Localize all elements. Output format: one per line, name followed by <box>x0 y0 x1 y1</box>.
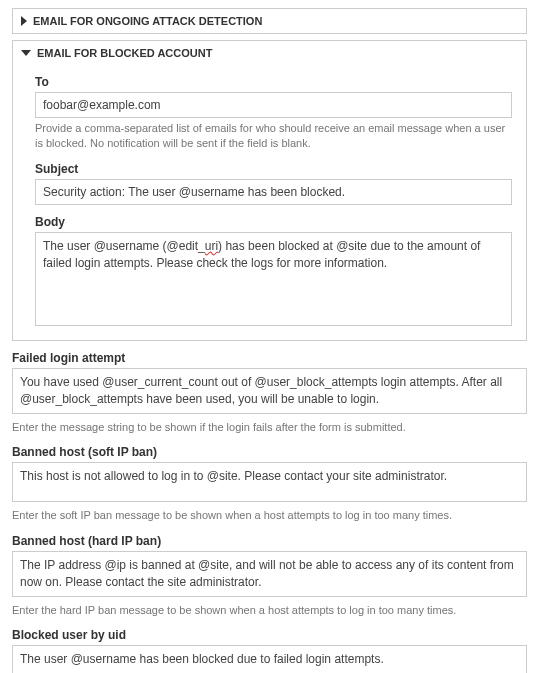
to-input[interactable] <box>35 92 512 118</box>
subject-label: Subject <box>35 162 512 176</box>
to-hint: Provide a comma-separated list of emails… <box>35 121 512 152</box>
to-label: To <box>35 75 512 89</box>
blocked-uid-label: Blocked user by uid <box>12 628 527 642</box>
panel-ongoing-attack: EMAIL FOR ONGOING ATTACK DETECTION <box>12 8 527 34</box>
panel-ongoing-attack-title: EMAIL FOR ONGOING ATTACK DETECTION <box>33 15 262 27</box>
group-blocked-uid: Blocked user by uid Enter the message to… <box>12 628 527 673</box>
hard-ban-hint: Enter the hard IP ban message to be show… <box>12 603 527 618</box>
failed-login-hint: Enter the message string to be shown if … <box>12 420 527 435</box>
panel-blocked-account: EMAIL FOR BLOCKED ACCOUNT To Provide a c… <box>12 40 527 341</box>
panel-blocked-account-title: EMAIL FOR BLOCKED ACCOUNT <box>37 47 212 59</box>
subject-input[interactable] <box>35 179 512 205</box>
hard-ban-label: Banned host (hard IP ban) <box>12 534 527 548</box>
soft-ban-hint: Enter the soft IP ban message to be show… <box>12 508 527 523</box>
panel-ongoing-attack-header[interactable]: EMAIL FOR ONGOING ATTACK DETECTION <box>13 9 526 33</box>
chevron-down-icon <box>21 50 31 56</box>
blocked-uid-textarea[interactable] <box>12 645 527 673</box>
hard-ban-textarea[interactable] <box>12 551 527 597</box>
panel-blocked-account-header[interactable]: EMAIL FOR BLOCKED ACCOUNT <box>13 41 526 65</box>
failed-login-label: Failed login attempt <box>12 351 527 365</box>
group-failed-login: Failed login attempt Enter the message s… <box>12 351 527 435</box>
body-text-pre: The user @username (@edit_ <box>43 239 205 253</box>
body-text-spell: uri <box>205 239 218 253</box>
soft-ban-label: Banned host (soft IP ban) <box>12 445 527 459</box>
chevron-right-icon <box>21 16 27 26</box>
body-label: Body <box>35 215 512 229</box>
group-soft-ban: Banned host (soft IP ban) Enter the soft… <box>12 445 527 523</box>
group-hard-ban: Banned host (hard IP ban) Enter the hard… <box>12 534 527 618</box>
soft-ban-textarea[interactable] <box>12 462 527 502</box>
failed-login-textarea[interactable] <box>12 368 527 414</box>
body-textarea[interactable]: The user @username (@edit_uri) has been … <box>35 232 512 326</box>
